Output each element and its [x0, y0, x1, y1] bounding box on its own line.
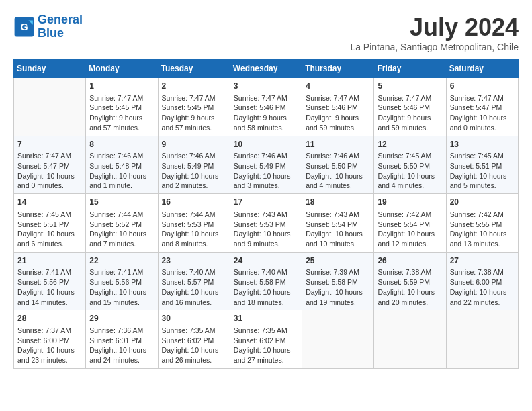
day-info: Sunrise: 7:46 AMSunset: 5:49 PMDaylight:…	[234, 151, 298, 191]
calendar-week-row: 1Sunrise: 7:47 AMSunset: 5:45 PMDaylight…	[14, 78, 519, 136]
calendar-cell: 21Sunrise: 7:41 AMSunset: 5:56 PMDayligh…	[14, 252, 86, 310]
calendar-cell: 17Sunrise: 7:43 AMSunset: 5:53 PMDayligh…	[230, 194, 302, 253]
calendar-cell: 6Sunrise: 7:47 AMSunset: 5:47 PMDaylight…	[446, 78, 518, 136]
day-number: 16	[162, 197, 226, 208]
day-number: 25	[306, 255, 370, 267]
calendar-body: 1Sunrise: 7:47 AMSunset: 5:45 PMDaylight…	[14, 78, 519, 369]
day-info: Sunrise: 7:45 AMSunset: 5:50 PMDaylight:…	[378, 151, 442, 191]
day-info: Sunrise: 7:46 AMSunset: 5:50 PMDaylight:…	[306, 151, 370, 191]
page-header: G General Blue July 2024 La Pintana, San…	[13, 13, 519, 52]
calendar-cell: 23Sunrise: 7:40 AMSunset: 5:57 PMDayligh…	[158, 252, 230, 310]
calendar-cell: 31Sunrise: 7:35 AMSunset: 6:02 PMDayligh…	[230, 310, 302, 369]
day-number: 1	[89, 81, 154, 92]
day-info: Sunrise: 7:43 AMSunset: 5:53 PMDaylight:…	[234, 210, 298, 249]
day-number: 11	[306, 139, 370, 150]
day-number: 6	[450, 81, 515, 92]
calendar-week-row: 28Sunrise: 7:37 AMSunset: 6:00 PMDayligh…	[14, 310, 519, 369]
calendar-cell: 27Sunrise: 7:38 AMSunset: 6:00 PMDayligh…	[446, 252, 518, 310]
day-number: 18	[306, 197, 370, 208]
day-number: 21	[17, 255, 82, 267]
day-info: Sunrise: 7:47 AMSunset: 5:46 PMDaylight:…	[378, 93, 442, 133]
calendar-header-row: SundayMondayTuesdayWednesdayThursdayFrid…	[14, 60, 519, 78]
day-info: Sunrise: 7:43 AMSunset: 5:54 PMDaylight:…	[306, 210, 370, 249]
day-number: 10	[234, 139, 298, 150]
day-info: Sunrise: 7:47 AMSunset: 5:45 PMDaylight:…	[162, 93, 226, 133]
day-number: 3	[234, 81, 298, 92]
calendar-cell: 14Sunrise: 7:45 AMSunset: 5:51 PMDayligh…	[14, 194, 86, 253]
day-number: 20	[450, 197, 515, 208]
calendar-cell: 19Sunrise: 7:42 AMSunset: 5:54 PMDayligh…	[374, 194, 446, 253]
day-number: 9	[162, 139, 226, 150]
svg-text:G: G	[20, 21, 28, 32]
calendar-cell: 16Sunrise: 7:44 AMSunset: 5:53 PMDayligh…	[158, 194, 230, 253]
day-info: Sunrise: 7:44 AMSunset: 5:52 PMDaylight:…	[89, 210, 154, 249]
logo-icon: G	[13, 16, 35, 38]
day-info: Sunrise: 7:39 AMSunset: 5:58 PMDaylight:…	[306, 267, 370, 307]
calendar-cell: 8Sunrise: 7:46 AMSunset: 5:48 PMDaylight…	[86, 136, 158, 194]
logo-text: General Blue	[38, 13, 83, 40]
day-info: Sunrise: 7:47 AMSunset: 5:47 PMDaylight:…	[450, 93, 515, 133]
calendar-cell: 12Sunrise: 7:45 AMSunset: 5:50 PMDayligh…	[374, 136, 446, 194]
calendar-cell: 15Sunrise: 7:44 AMSunset: 5:52 PMDayligh…	[86, 194, 158, 253]
title-block: July 2024 La Pintana, Santiago Metropoli…	[350, 13, 519, 52]
day-number: 27	[450, 255, 515, 267]
day-info: Sunrise: 7:46 AMSunset: 5:49 PMDaylight:…	[162, 151, 226, 191]
calendar-cell: 24Sunrise: 7:40 AMSunset: 5:58 PMDayligh…	[230, 252, 302, 310]
day-info: Sunrise: 7:42 AMSunset: 5:54 PMDaylight:…	[378, 210, 442, 249]
col-header-tuesday: Tuesday	[158, 60, 230, 78]
calendar-week-row: 7Sunrise: 7:47 AMSunset: 5:47 PMDaylight…	[14, 136, 519, 194]
calendar-cell	[14, 78, 86, 136]
day-info: Sunrise: 7:38 AMSunset: 6:00 PMDaylight:…	[450, 267, 515, 307]
day-info: Sunrise: 7:46 AMSunset: 5:48 PMDaylight:…	[89, 151, 154, 191]
day-number: 8	[89, 139, 154, 150]
calendar-cell: 13Sunrise: 7:45 AMSunset: 5:51 PMDayligh…	[446, 136, 518, 194]
day-info: Sunrise: 7:40 AMSunset: 5:57 PMDaylight:…	[162, 267, 226, 307]
day-number: 28	[17, 313, 82, 324]
day-number: 13	[450, 139, 515, 150]
calendar-cell: 7Sunrise: 7:47 AMSunset: 5:47 PMDaylight…	[14, 136, 86, 194]
day-number: 19	[378, 197, 442, 208]
calendar-cell: 20Sunrise: 7:42 AMSunset: 5:55 PMDayligh…	[446, 194, 518, 253]
day-number: 12	[378, 139, 442, 150]
day-number: 24	[234, 255, 298, 267]
day-number: 5	[378, 81, 442, 92]
day-info: Sunrise: 7:37 AMSunset: 6:00 PMDaylight:…	[17, 326, 82, 365]
day-info: Sunrise: 7:38 AMSunset: 5:59 PMDaylight:…	[378, 267, 442, 307]
calendar-cell: 18Sunrise: 7:43 AMSunset: 5:54 PMDayligh…	[302, 194, 374, 253]
day-number: 29	[89, 313, 154, 324]
calendar-cell: 10Sunrise: 7:46 AMSunset: 5:49 PMDayligh…	[230, 136, 302, 194]
calendar-week-row: 14Sunrise: 7:45 AMSunset: 5:51 PMDayligh…	[14, 194, 519, 253]
day-info: Sunrise: 7:45 AMSunset: 5:51 PMDaylight:…	[450, 151, 515, 191]
calendar-cell: 26Sunrise: 7:38 AMSunset: 5:59 PMDayligh…	[374, 252, 446, 310]
col-header-thursday: Thursday	[302, 60, 374, 78]
day-info: Sunrise: 7:47 AMSunset: 5:46 PMDaylight:…	[306, 93, 370, 133]
calendar-cell: 22Sunrise: 7:41 AMSunset: 5:56 PMDayligh…	[86, 252, 158, 310]
calendar-cell: 2Sunrise: 7:47 AMSunset: 5:45 PMDaylight…	[158, 78, 230, 136]
calendar-cell: 29Sunrise: 7:36 AMSunset: 6:01 PMDayligh…	[86, 310, 158, 369]
day-number: 22	[89, 255, 154, 267]
day-number: 14	[17, 197, 82, 208]
day-info: Sunrise: 7:41 AMSunset: 5:56 PMDaylight:…	[17, 267, 82, 307]
calendar-cell: 28Sunrise: 7:37 AMSunset: 6:00 PMDayligh…	[14, 310, 86, 369]
day-number: 7	[17, 139, 82, 150]
calendar-cell: 11Sunrise: 7:46 AMSunset: 5:50 PMDayligh…	[302, 136, 374, 194]
logo: G General Blue	[13, 13, 83, 40]
day-info: Sunrise: 7:36 AMSunset: 6:01 PMDaylight:…	[89, 326, 154, 365]
calendar-cell: 4Sunrise: 7:47 AMSunset: 5:46 PMDaylight…	[302, 78, 374, 136]
col-header-friday: Friday	[374, 60, 446, 78]
day-info: Sunrise: 7:47 AMSunset: 5:45 PMDaylight:…	[89, 93, 154, 133]
day-number: 4	[306, 81, 370, 92]
day-number: 26	[378, 255, 442, 267]
location-subtitle: La Pintana, Santiago Metropolitan, Chile	[350, 42, 519, 52]
day-info: Sunrise: 7:40 AMSunset: 5:58 PMDaylight:…	[234, 267, 298, 307]
day-info: Sunrise: 7:41 AMSunset: 5:56 PMDaylight:…	[89, 267, 154, 307]
calendar-cell: 3Sunrise: 7:47 AMSunset: 5:46 PMDaylight…	[230, 78, 302, 136]
calendar-cell: 25Sunrise: 7:39 AMSunset: 5:58 PMDayligh…	[302, 252, 374, 310]
day-info: Sunrise: 7:35 AMSunset: 6:02 PMDaylight:…	[234, 326, 298, 365]
day-info: Sunrise: 7:44 AMSunset: 5:53 PMDaylight:…	[162, 210, 226, 249]
calendar-cell: 9Sunrise: 7:46 AMSunset: 5:49 PMDaylight…	[158, 136, 230, 194]
calendar-cell: 30Sunrise: 7:35 AMSunset: 6:02 PMDayligh…	[158, 310, 230, 369]
day-number: 17	[234, 197, 298, 208]
day-number: 15	[89, 197, 154, 208]
day-info: Sunrise: 7:35 AMSunset: 6:02 PMDaylight:…	[162, 326, 226, 365]
